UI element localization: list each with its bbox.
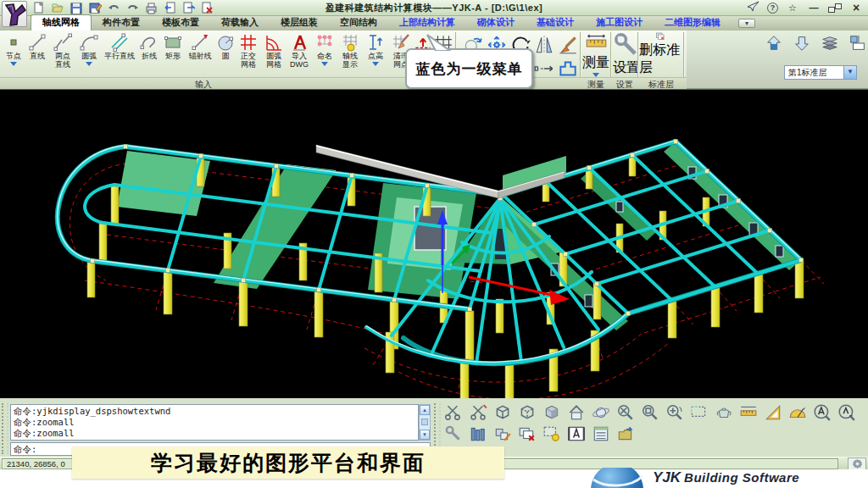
naming-tool[interactable]: 命名 — [312, 31, 337, 77]
trim-icon[interactable] — [469, 403, 487, 422]
command-line: 命令:zoomall — [14, 428, 415, 439]
settings-tool[interactable]: 设置 — [612, 31, 641, 77]
model-viewport[interactable] — [0, 89, 868, 398]
building-display-icon[interactable] — [469, 424, 487, 443]
dropdown-arrow-icon[interactable] — [10, 62, 17, 66]
tab-space-structure[interactable]: 空间结构 — [329, 15, 388, 30]
standard-story-select[interactable]: 第1标准层 ▼ — [784, 65, 857, 80]
scroll-thumb[interactable] — [421, 419, 428, 425]
point-elevation-tool[interactable]: 点高 — [363, 31, 388, 77]
window-lightbulb-icon[interactable] — [542, 424, 561, 443]
measure-tool[interactable]: 测量 — [581, 31, 610, 77]
radial-line-tool[interactable]: 辐射线 — [185, 31, 215, 77]
render-teapot-icon[interactable] — [715, 403, 733, 422]
scroll-up-icon[interactable]: ▲ — [420, 405, 430, 415]
tab-superstructure-calc[interactable]: 上部结构计算 — [388, 15, 466, 30]
help-icon[interactable]: ? — [767, 3, 778, 14]
protractor-icon[interactable] — [788, 403, 807, 422]
close-button[interactable]: × — [849, 2, 863, 14]
solid-cube-icon[interactable] — [542, 403, 561, 422]
shear-walls — [117, 141, 801, 330]
hidden-line-cube-icon[interactable] — [518, 403, 537, 422]
view-toolbar — [444, 403, 868, 452]
measure-distance-icon[interactable] — [739, 403, 758, 422]
story-up-icon[interactable] — [765, 34, 783, 53]
yjk-globe-logo — [588, 468, 644, 488]
notify-icon[interactable] — [746, 0, 760, 15]
dropdown-arrow-icon[interactable] — [372, 62, 379, 66]
arc-grid-tool[interactable]: 圆弧 网格 — [261, 31, 287, 77]
command-panel-grip[interactable] — [2, 403, 8, 454]
options-wrench-icon[interactable] — [444, 424, 463, 443]
select-dropdown-arrow-icon[interactable]: ▼ — [843, 66, 856, 79]
return-previous-icon[interactable] — [616, 424, 635, 443]
modify-brush-tool[interactable] — [557, 34, 579, 56]
tab-overflow-button[interactable]: ▾ — [738, 19, 755, 28]
yjk-app-logo[interactable] — [2, 1, 27, 27]
ortho-grid-tool[interactable]: 正交 网格 — [236, 31, 261, 77]
story-stack-icon[interactable] — [821, 34, 839, 53]
tab-load-input[interactable]: 荷载输入 — [210, 15, 270, 30]
mirror-tool[interactable] — [533, 34, 555, 56]
annotation-callout: 蓝色为一级菜单 — [405, 48, 533, 89]
break-line-icon[interactable] — [444, 403, 463, 422]
window-title: 盈建科建筑结构计算模块——YJK-A - [D:\G\1\ex] — [0, 2, 868, 14]
tab-2d-graphic-edit[interactable]: 二维图形编辑 — [654, 15, 732, 30]
polyline-tool[interactable]: 折线 — [137, 31, 161, 77]
tab-masonry-design[interactable]: 砌体设计 — [466, 15, 526, 30]
orbit-3d-icon[interactable] — [592, 403, 610, 422]
gear-icon — [852, 458, 863, 469]
command-scrollbar[interactable]: ▲ ▼ — [419, 404, 431, 441]
minimize-button[interactable]: — — [807, 2, 821, 14]
story-down-icon[interactable] — [793, 34, 811, 53]
text-annotation-icon[interactable] — [567, 424, 586, 443]
title-bar: 盈建科建筑结构计算模块——YJK-A - [D:\G\1\ex] ? ☆ — × — [0, 0, 868, 16]
arc-tool[interactable]: 圆弧 — [76, 31, 102, 77]
window-delete-icon[interactable] — [518, 424, 537, 443]
structural-model-3d — [0, 90, 868, 399]
tab-slab-layout[interactable]: 楼板布置 — [151, 15, 210, 30]
scroll-down-icon[interactable]: ▼ — [420, 430, 430, 440]
import-dwg-tool[interactable]: 导入 DWG — [287, 31, 312, 77]
set-square-icon[interactable] — [764, 403, 782, 422]
node-tool[interactable]: 节点 — [2, 31, 25, 77]
axis-display-tool[interactable]: 轴线 显示 — [337, 31, 363, 77]
font-enlarge-icon[interactable] — [813, 403, 832, 422]
block-edit-icon[interactable] — [493, 424, 512, 443]
dropdown-arrow-icon[interactable] — [86, 62, 92, 66]
restore-button[interactable] — [828, 3, 842, 13]
favorites-star-icon[interactable]: ☆ — [786, 2, 799, 14]
split-window-icon[interactable] — [849, 34, 867, 53]
parallel-line-tool[interactable]: 平行直线 — [102, 31, 137, 77]
brand-name: YJKBuilding Software — [653, 469, 799, 486]
status-gear-button[interactable] — [848, 458, 866, 470]
command-line: 命令:zoomall — [14, 417, 415, 428]
zoom-realtime-icon[interactable] — [665, 403, 684, 422]
caption-banner: 学习最好的图形平台和界面 — [72, 446, 504, 479]
tab-member-layout[interactable]: 构件布置 — [92, 15, 151, 30]
window-select-icon[interactable] — [690, 403, 709, 422]
ribbon-tab-bar: 轴线网格 构件布置 楼板布置 荷载输入 楼层组装 空间结构 上部结构计算 砌体设… — [0, 16, 868, 30]
rectangle-tool[interactable]: 矩形 — [161, 31, 185, 77]
tab-axis-grid[interactable]: 轴线网格 — [31, 14, 92, 30]
zoom-window-icon[interactable] — [641, 403, 659, 422]
toolbar-grip[interactable] — [434, 403, 441, 452]
home-view-icon[interactable] — [567, 403, 586, 422]
circle-tool[interactable]: 圆 — [215, 31, 236, 77]
line-tool[interactable]: 直线 — [25, 31, 49, 77]
command-history[interactable]: 命令:yjkdisplay_dspshowtextwnd 命令:zoomall … — [10, 404, 419, 441]
dropdown-arrow-icon[interactable] — [321, 62, 328, 66]
two-point-line-tool[interactable]: 两点 直线 — [49, 31, 76, 77]
caption-text: 学习最好的图形平台和界面 — [151, 449, 426, 477]
standard-story-panel: 第1标准层 ▼ — [687, 30, 868, 88]
tab-foundation-design[interactable]: 基础设计 — [526, 15, 585, 30]
callout-text: 蓝色为一级菜单 — [416, 59, 523, 79]
tab-story-assembly[interactable]: 楼层组装 — [270, 15, 329, 30]
wireframe-cube-icon[interactable] — [493, 403, 512, 422]
delete-standard-story-tool[interactable]: 删标准层 — [639, 31, 682, 77]
ribbon-group-labels: 输入 测量 设置 标准层 — [0, 77, 687, 89]
tab-construction-drawing[interactable]: 施工图设计 — [585, 15, 654, 30]
display-list-icon[interactable] — [592, 424, 610, 443]
zoom-extents-icon[interactable] — [616, 403, 635, 422]
font-shrink-icon[interactable] — [837, 403, 856, 422]
